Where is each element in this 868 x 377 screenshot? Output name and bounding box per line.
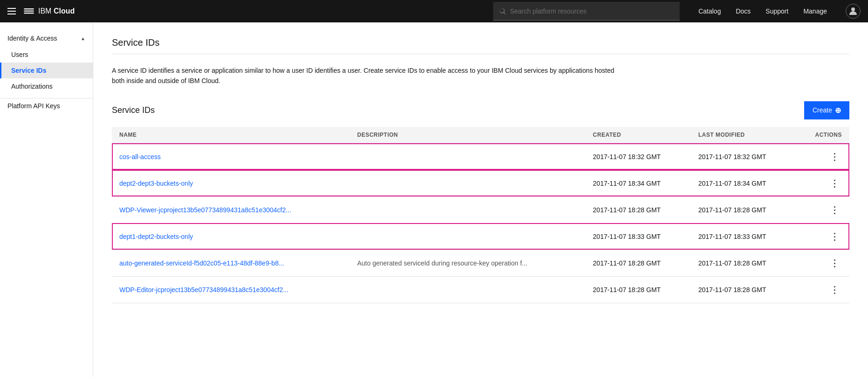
overflow-menu-4[interactable]: ⋮ — [827, 256, 842, 271]
table-row: WDP-Editor-jcproject13b5e07734899431a8c5… — [112, 276, 849, 303]
overflow-menu-2[interactable]: ⋮ — [827, 202, 842, 217]
cell-created-5: 2017-11-07 18:28 GMT — [586, 276, 691, 303]
cell-last-modified-2: 2017-11-07 18:28 GMT — [691, 196, 796, 223]
table-row: cos-all-access 2017-11-07 18:32 GMT 2017… — [112, 143, 849, 170]
service-id-link-5[interactable]: WDP-Editor-jcproject13b5e07734899431a8c5… — [119, 286, 289, 293]
page-divider — [112, 54, 849, 54]
cell-actions-0: ⋮ — [796, 143, 849, 170]
sidebar-section-title-text: Identity & Access — [7, 35, 57, 42]
overflow-menu-3[interactable]: ⋮ — [827, 229, 842, 244]
sidebar-item-platform-api-keys[interactable]: Platform API Keys — [0, 98, 68, 114]
overflow-menu-5[interactable]: ⋮ — [827, 282, 842, 297]
cell-description-0 — [350, 143, 586, 170]
app-layout: Identity & Access ▲ Users Service IDs Au… — [0, 22, 868, 377]
cell-last-modified-3: 2017-11-07 18:33 GMT — [691, 223, 796, 250]
cloud-text: Cloud — [54, 7, 75, 15]
user-avatar[interactable] — [846, 4, 861, 19]
service-id-link-0[interactable]: cos-all-access — [119, 153, 161, 161]
page-description: A service ID identifies a service or app… — [112, 65, 625, 86]
nav-catalog[interactable]: Catalog — [691, 0, 728, 22]
cell-last-modified-1: 2017-11-07 18:34 GMT — [691, 170, 796, 196]
create-button[interactable]: Create ⊕ — [804, 101, 849, 119]
service-ids-table: NAME DESCRIPTION CREATED LAST MODIFIED A… — [112, 127, 849, 303]
table-title: Service IDs — [112, 105, 155, 115]
sidebar-item-service-ids[interactable]: Service IDs — [0, 63, 93, 78]
cell-created-1: 2017-11-07 18:34 GMT — [586, 170, 691, 196]
cell-actions-1: ⋮ — [796, 170, 849, 196]
cell-created-3: 2017-11-07 18:33 GMT — [586, 223, 691, 250]
plus-icon: ⊕ — [835, 106, 841, 115]
cell-name-3: dept1-dept2-buckets-only — [112, 223, 350, 250]
top-navigation: IBM Cloud Catalog Docs Support Manage — [0, 0, 868, 22]
overflow-menu-0[interactable]: ⋮ — [827, 149, 842, 164]
service-id-link-1[interactable]: dept2-dept3-buckets-only — [119, 180, 193, 187]
hamburger-menu[interactable] — [7, 8, 16, 14]
cell-created-2: 2017-11-07 18:28 GMT — [586, 196, 691, 223]
svg-rect-0 — [24, 8, 34, 9]
table-header: Service IDs Create ⊕ — [112, 101, 849, 119]
page-title: Service IDs — [112, 37, 849, 48]
col-description: DESCRIPTION — [350, 127, 586, 143]
chevron-up-icon: ▲ — [81, 36, 85, 41]
svg-rect-2 — [24, 13, 34, 14]
cell-actions-3: ⋮ — [796, 223, 849, 250]
nav-docs[interactable]: Docs — [728, 0, 758, 22]
cell-last-modified-5: 2017-11-07 18:28 GMT — [691, 276, 796, 303]
svg-point-3 — [851, 7, 855, 11]
brand-text: IBM Cloud — [38, 7, 75, 15]
table-row: dept1-dept2-buckets-only 2017-11-07 18:3… — [112, 223, 849, 250]
cell-name-0: cos-all-access — [112, 143, 350, 170]
nav-manage[interactable]: Manage — [796, 0, 834, 22]
user-icon — [848, 7, 858, 16]
search-bar[interactable] — [493, 2, 680, 21]
cell-last-modified-0: 2017-11-07 18:32 GMT — [691, 143, 796, 170]
col-last-modified: LAST MODIFIED — [691, 127, 796, 143]
table-header-row: NAME DESCRIPTION CREATED LAST MODIFIED A… — [112, 127, 849, 143]
cell-description-5 — [350, 276, 586, 303]
overflow-menu-1[interactable]: ⋮ — [827, 176, 842, 191]
cell-name-5: WDP-Editor-jcproject13b5e07734899431a8c5… — [112, 276, 350, 303]
service-id-link-4[interactable]: auto-generated-serviceId-f5d02c05-e113-4… — [119, 259, 284, 267]
cell-description-4: Auto generated serviceId during resource… — [350, 250, 586, 276]
svg-rect-1 — [24, 11, 34, 12]
col-actions: ACTIONS — [796, 127, 849, 143]
cell-description-2 — [350, 196, 586, 223]
main-content: Service IDs A service ID identifies a se… — [93, 22, 868, 377]
cell-description-1 — [350, 170, 586, 196]
sidebar-item-authorizations[interactable]: Authorizations — [0, 78, 93, 94]
service-id-link-3[interactable]: dept1-dept2-buckets-only — [119, 233, 193, 240]
search-icon — [499, 7, 506, 15]
sidebar-item-users[interactable]: Users — [0, 47, 93, 63]
ibm-text: IBM — [38, 7, 51, 15]
col-name: NAME — [112, 127, 350, 143]
nav-support[interactable]: Support — [758, 0, 796, 22]
cell-actions-4: ⋮ — [796, 250, 849, 276]
nav-links: Catalog Docs Support Manage — [691, 0, 834, 22]
table-row: dept2-dept3-buckets-only 2017-11-07 18:3… — [112, 170, 849, 196]
sidebar: Identity & Access ▲ Users Service IDs Au… — [0, 22, 93, 377]
cell-name-2: WDP-Viewer-jcproject13b5e07734899431a8c5… — [112, 196, 350, 223]
search-input[interactable] — [510, 7, 674, 15]
create-button-label: Create — [813, 106, 832, 114]
cell-created-0: 2017-11-07 18:32 GMT — [586, 143, 691, 170]
table-row: auto-generated-serviceId-f5d02c05-e113-4… — [112, 250, 849, 276]
sidebar-section-identity-access[interactable]: Identity & Access ▲ — [0, 30, 93, 47]
col-created: CREATED — [586, 127, 691, 143]
brand-logo: IBM Cloud — [23, 6, 75, 17]
cell-created-4: 2017-11-07 18:28 GMT — [586, 250, 691, 276]
table-row: WDP-Viewer-jcproject13b5e07734899431a8c5… — [112, 196, 849, 223]
cell-actions-2: ⋮ — [796, 196, 849, 223]
cell-last-modified-4: 2017-11-07 18:28 GMT — [691, 250, 796, 276]
service-id-link-2[interactable]: WDP-Viewer-jcproject13b5e07734899431a8c5… — [119, 206, 291, 214]
ibm-logo-icon — [23, 6, 34, 17]
cell-description-3 — [350, 223, 586, 250]
cell-name-4: auto-generated-serviceId-f5d02c05-e113-4… — [112, 250, 350, 276]
cell-actions-5: ⋮ — [796, 276, 849, 303]
cell-name-1: dept2-dept3-buckets-only — [112, 170, 350, 196]
